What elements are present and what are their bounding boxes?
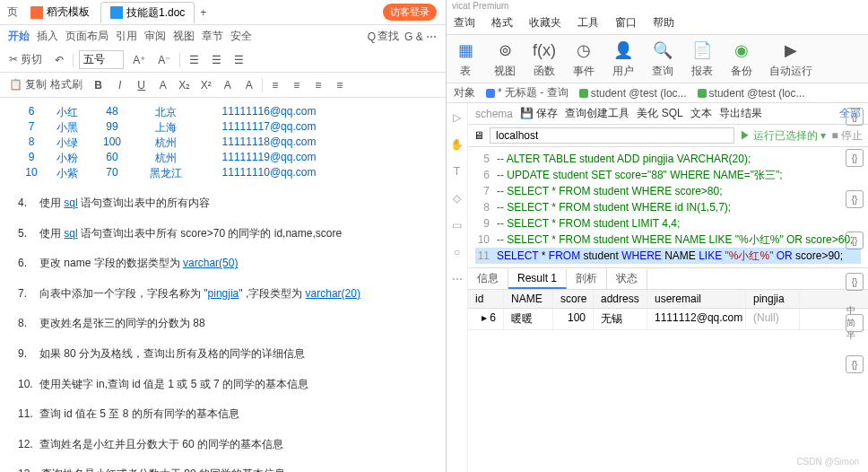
font-size-select[interactable]: 五号 — [79, 50, 124, 69]
backup-icon: ◉ — [730, 39, 753, 62]
menu-layout[interactable]: 页面布局 — [63, 27, 111, 46]
col-id[interactable]: id — [468, 290, 504, 308]
tab-profile[interactable]: 剖析 — [567, 268, 607, 289]
align-right-icon[interactable]: ≡ — [309, 76, 327, 94]
run-button[interactable]: ▶ 运行已选择的 ▾ — [740, 128, 827, 144]
strike-button[interactable]: A — [154, 76, 172, 94]
align-center-icon[interactable]: ≡ — [288, 76, 306, 94]
login-button[interactable]: 访客登录 — [383, 4, 437, 21]
copy-format-button[interactable]: 📋 复制 格式刷 — [5, 75, 86, 94]
back-tab[interactable]: 页 — [4, 3, 22, 22]
ribbon-user[interactable]: 👤用户 — [612, 39, 635, 79]
brace-icon[interactable]: {} — [846, 149, 864, 167]
beautify-sql-button[interactable]: 美化 SQL — [637, 106, 682, 121]
col-name[interactable]: NAME — [504, 290, 553, 308]
brace-icon[interactable]: {} — [846, 232, 864, 249]
menu-insert[interactable]: 插入 — [34, 27, 61, 46]
right-side-icons: {} {} {} {} {} 中简半 {} — [841, 108, 868, 373]
numbered-list-icon[interactable]: ☰ — [208, 52, 225, 68]
cn-icon[interactable]: 中简半 — [846, 314, 864, 332]
sub-button[interactable]: X₂ — [176, 76, 194, 94]
result-row[interactable]: ▸ 6 暖暖 100 无锡 1111112@qq.com (Null) — [468, 309, 868, 330]
menu-favorites[interactable]: 收藏夹 — [529, 15, 561, 31]
brace-icon[interactable]: {} — [846, 355, 864, 373]
menu-query[interactable]: 查询 — [454, 15, 475, 31]
ribbon-query[interactable]: 🔍查询 — [651, 39, 674, 79]
align-left-icon[interactable]: ≡ — [266, 76, 284, 94]
menu-tools[interactable]: 工具 — [577, 15, 599, 31]
text-button[interactable]: 文本 — [690, 106, 712, 121]
col-email[interactable]: useremail — [647, 290, 746, 308]
indent-icon[interactable]: ☰ — [230, 52, 247, 68]
ribbon-event[interactable]: ◷事件 — [572, 39, 595, 79]
align-justify-icon[interactable]: ≡ — [331, 76, 349, 94]
col-score[interactable]: score — [553, 290, 594, 308]
menu-format[interactable]: 格式 — [491, 15, 513, 31]
cut-button[interactable]: ✂ 剪切 — [5, 50, 46, 69]
tab-result1[interactable]: Result 1 — [508, 269, 567, 289]
dec-font[interactable]: A⁻ — [154, 52, 174, 68]
tab-document[interactable]: 技能题1.doc — [100, 2, 195, 23]
editor-gutter-icons: ▷ ✋ T ◇ ▭ ○ ⋯ — [447, 103, 468, 472]
tab-student-2[interactable]: student @test (loc... — [698, 87, 805, 100]
save-button[interactable]: 💾 保存 — [520, 106, 558, 121]
document-body[interactable]: 6小红48北京11111116@qq.com 7小黑99上海11111117@q… — [0, 98, 446, 472]
question-6: 6.更改 name 字段的数据类型为 varchar(50) — [18, 252, 428, 274]
menu-help[interactable]: 帮助 — [653, 15, 674, 31]
export-button[interactable]: 导出结果 — [719, 106, 762, 121]
tab-student-1[interactable]: student @test (loc... — [579, 87, 687, 100]
query-builder-button[interactable]: 查询创建工具 — [565, 106, 629, 121]
brace-icon[interactable]: {} — [846, 190, 864, 208]
col-pingjia[interactable]: pingjia — [746, 290, 800, 308]
menu-start[interactable]: 开始 — [5, 27, 32, 46]
circle-icon[interactable]: ○ — [450, 245, 464, 259]
table-icon — [698, 89, 707, 98]
font-color-button[interactable]: A — [219, 76, 237, 94]
sup-button[interactable]: X² — [197, 76, 215, 94]
more-icon[interactable]: G & ⋯ — [401, 29, 440, 45]
menu-view[interactable]: 视图 — [170, 27, 197, 46]
table-icon — [579, 89, 588, 98]
text-icon[interactable]: T — [450, 164, 464, 179]
rect-icon[interactable]: ▭ — [450, 218, 464, 232]
menu-chapter[interactable]: 章节 — [199, 27, 226, 46]
tab-untitled-query[interactable]: * 无标题 - 查询 — [486, 85, 569, 101]
ribbon-backup[interactable]: ◉备份 — [730, 39, 753, 79]
list-icon[interactable]: ☰ — [186, 52, 203, 68]
tab-info[interactable]: 信息 — [468, 268, 508, 289]
menu-ref[interactable]: 引用 — [113, 27, 140, 46]
menu-window[interactable]: 窗口 — [615, 15, 637, 31]
question-5: 5.使用 sql 语句查询出表中所有 score>70 的同学的 id,name… — [18, 223, 428, 244]
ribbon-table[interactable]: ▦表 — [454, 39, 477, 79]
format-toolbar: 📋 复制 格式刷 B I U A X₂ X² A A ≡ ≡ ≡ ≡ — [0, 73, 446, 98]
ribbon-view[interactable]: ⊚视图 — [493, 39, 516, 79]
italic-button[interactable]: I — [111, 76, 129, 94]
bold-button[interactable]: B — [90, 76, 108, 94]
add-tab-button[interactable]: + — [196, 4, 210, 21]
underline-button[interactable]: U — [133, 76, 151, 94]
ribbon-autorun[interactable]: ▶自动运行 — [769, 39, 812, 79]
undo-button[interactable]: ↶ — [51, 52, 67, 68]
more-icon[interactable]: ⋯ — [450, 272, 464, 286]
search-icon[interactable]: Q — [368, 31, 376, 43]
sql-editor[interactable]: 5-- ALTER TABLE student ADD pingjia VARC… — [468, 147, 868, 267]
hand-icon[interactable]: ✋ — [450, 137, 464, 152]
tab-status[interactable]: 状态 — [607, 268, 647, 289]
tab-label: 技能题1.doc — [126, 5, 185, 21]
question-11: 11.查询 id 值在 5 至 8 的所有同学的基本信息 — [18, 403, 428, 424]
menu-security[interactable]: 安全 — [228, 27, 255, 46]
brace-icon[interactable]: {} — [846, 108, 864, 126]
menu-review[interactable]: 审阅 — [142, 27, 169, 46]
search-label[interactable]: 查找 — [378, 29, 399, 44]
connection-select[interactable]: localhost — [490, 127, 734, 144]
ribbon-function[interactable]: f(x)函数 — [533, 39, 556, 79]
tab-template[interactable]: 稻壳模板 — [22, 2, 99, 23]
shape-icon[interactable]: ◇ — [450, 191, 464, 205]
highlight-button[interactable]: A — [240, 76, 258, 94]
ribbon-report[interactable]: 📄报表 — [690, 39, 714, 79]
cursor-icon[interactable]: ▷ — [450, 110, 464, 125]
tab-objects[interactable]: 对象 — [454, 85, 475, 101]
brace-icon[interactable]: {} — [846, 273, 864, 291]
inc-font[interactable]: A⁺ — [129, 52, 149, 68]
col-address[interactable]: address — [594, 290, 647, 308]
